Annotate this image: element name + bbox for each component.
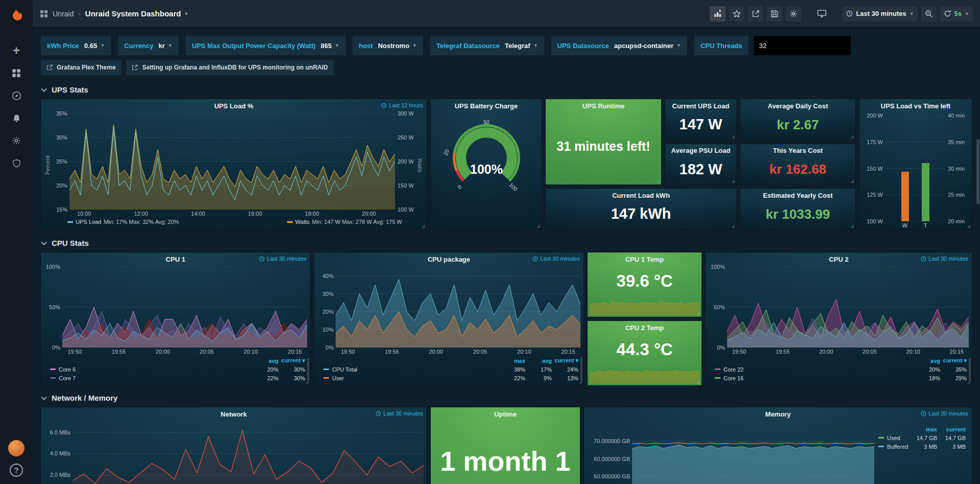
panel-time-range[interactable]: Last 30 minutes [532,256,580,262]
panel-title[interactable]: UPS Load % [41,99,427,112]
cpu1-chart[interactable] [62,267,307,348]
stat-value: kr 1033.99 [740,202,855,229]
cpu-threads-input[interactable]: 32 [754,36,851,55]
panel-ups-runtime: UPS Runtime 31 minutes left! [546,99,661,185]
panel-title[interactable]: UPS Battery Charge [431,99,542,112]
section-network-memory[interactable]: Network / Memory [41,394,972,402]
panel-time-range[interactable]: Last 30 minutes [921,410,968,417]
link-ups-monitoring-guide[interactable]: Setting up Grafana and InfluxDB for UPS … [126,60,333,75]
dashboards-icon[interactable] [6,64,27,82]
alerting-bell-icon[interactable] [6,109,27,127]
var-kwh-price[interactable]: kWh Price 0.65▼ [41,36,111,55]
svg-text:20: 20 [442,149,450,156]
panel-time-range[interactable]: Last 12 hours [381,102,423,108]
dashboard-settings-gear-icon[interactable] [786,6,801,21]
configuration-gear-icon[interactable] [6,132,27,149]
grafana-logo-icon[interactable] [7,5,26,25]
panel-title[interactable]: Memory [584,407,972,421]
legend-scrollbar[interactable] [307,358,309,381]
breadcrumb: Unraid › Unraid System Dashboard ▼ [40,9,189,18]
clock-icon [921,411,926,417]
help-icon[interactable]: ? [10,464,23,477]
star-button[interactable] [729,6,744,21]
template-variables-row: kWh Price 0.65▼ Currency kr▼ UPS Max Out… [41,36,972,55]
network-chart[interactable] [73,422,424,484]
panel-ups-battery-charge: UPS Battery Charge 0 20 50 100 100% [431,99,542,229]
chart-legend[interactable]: avgcurrent ▾Core 2220%35%Core 1618%29% [706,355,972,385]
ups-load-chart[interactable] [69,113,395,210]
explore-icon[interactable] [6,87,27,104]
clock-icon [381,103,387,108]
external-link-icon [46,64,53,71]
var-ups-datasource[interactable]: UPS Datasource apcupsd-container▼ [551,36,687,55]
clock-icon [921,256,926,262]
var-ups-max-output[interactable]: UPS Max Output Power Capacity (Watt) 865… [185,36,345,55]
cpu2-chart[interactable] [727,267,969,348]
navbar-actions: Last 30 minutes ▼ 5s ▼ [710,6,973,21]
zoom-out-button[interactable] [921,6,937,21]
panel-title[interactable]: Estimated Yearly Cost [740,189,855,202]
memory-chart[interactable] [632,422,874,484]
y-axis-left: 100%50%0% [44,267,62,348]
panel-title[interactable]: CPU 1 Temp [588,252,702,266]
create-icon[interactable]: + [6,42,27,59]
var-host[interactable]: host Nostromo▼ [353,36,423,55]
panel-title[interactable]: Network [41,407,427,421]
ups-stat-grid: Current UPS Load 147 W UPS Runtime 31 mi… [546,99,855,229]
panel-title[interactable]: Uptime [431,407,580,421]
chevron-down-icon [41,88,47,92]
panel-title[interactable]: Average Daily Cost [740,99,855,112]
var-currency[interactable]: Currency kr▼ [118,36,178,55]
page-scrollbar[interactable] [976,139,979,204]
panel-uptime: Uptime 1 month 1 [431,407,580,484]
chart-legend[interactable]: maxcurrentUsed14.7 GB14.7 GBBuffered3 MB… [874,422,969,484]
panel-this-years-cost: This Years Cost kr 162.68 [740,144,855,185]
panel-cpu1: CPU 1 Last 30 minutes 100%50%0% 19:5019:… [41,252,310,385]
y-axis-right: 40 min35 min30 min25 min20 min [945,116,969,221]
panel-current-ups-load: Current UPS Load 147 W [665,99,736,140]
legend-scrollbar[interactable] [969,358,971,381]
panel-time-range[interactable]: Last 30 minutes [921,256,968,262]
section-ups-stats[interactable]: UPS Stats [41,85,972,94]
panel-title[interactable]: Current Load kWh [546,189,736,202]
external-link-icon [132,64,138,71]
panel-ups-load: UPS Load % Last 12 hours Percent 35%30%2… [41,99,427,229]
chart-legend[interactable]: UPS LoadMin: 17% Max: 32% Avg: 20%WattsM… [41,217,427,229]
breadcrumb-folder[interactable]: Unraid [53,10,74,18]
chart-legend[interactable]: maxavgcurrent ▾CPU Total38%17%24%User22%… [314,355,584,385]
panel-title[interactable]: CPU 2 Temp [588,321,702,334]
svg-text:100: 100 [508,181,519,192]
panel-average-daily-cost: Average Daily Cost kr 2.67 [740,99,855,140]
save-button[interactable] [767,6,782,21]
cpu-package-chart[interactable] [336,267,580,348]
panel-time-range[interactable]: Last 30 minutes [376,410,423,417]
chart-legend[interactable]: avgcurrent ▾Core 620%30%Core 722%30% [41,355,310,385]
admin-shield-icon[interactable] [6,154,27,172]
panel-memory: Memory Last 30 minutes 70.000000 GB60.00… [584,407,972,484]
chevron-down-icon: ▼ [909,11,914,16]
panel-title[interactable]: UPS Load vs Time left [859,99,972,112]
add-panel-button[interactable] [710,6,726,21]
tv-mode-button[interactable] [813,6,830,21]
dashboard-title[interactable]: Unraid System Dashboard ▼ [85,9,189,18]
y-axis-right: 300 W250 W200 W150 W100 W [395,113,416,210]
svg-text:0: 0 [456,183,462,190]
panel-title[interactable]: Average PSU Load [665,144,736,157]
panel-title[interactable]: UPS Runtime [546,99,661,112]
user-avatar[interactable] [8,440,25,456]
refresh-interval: 5s [954,10,962,17]
section-cpu-stats[interactable]: CPU Stats [41,239,972,247]
chevron-down-icon: ▼ [965,11,969,16]
panel-estimated-yearly-cost: Estimated Yearly Cost kr 1033.99 [740,189,855,229]
panel-title[interactable]: This Years Cost [740,144,855,157]
link-grafana-plex-theme[interactable]: Grafana Plex Theme [41,60,121,75]
y-axis-left: 200 W175 W150 W125 W100 W [862,116,885,221]
bar-chart[interactable]: WT [885,113,945,229]
legend-scrollbar[interactable] [580,358,582,381]
panel-title[interactable]: Current UPS Load [665,99,736,112]
panel-time-range[interactable]: Last 30 minutes [259,256,307,262]
refresh-button[interactable]: 5s ▼ [940,6,973,21]
var-telegraf-datasource[interactable]: Telegraf Datasource Telegraf▼ [430,36,544,55]
time-range-picker[interactable]: Last 30 minutes ▼ [843,6,917,21]
share-button[interactable] [748,6,763,21]
